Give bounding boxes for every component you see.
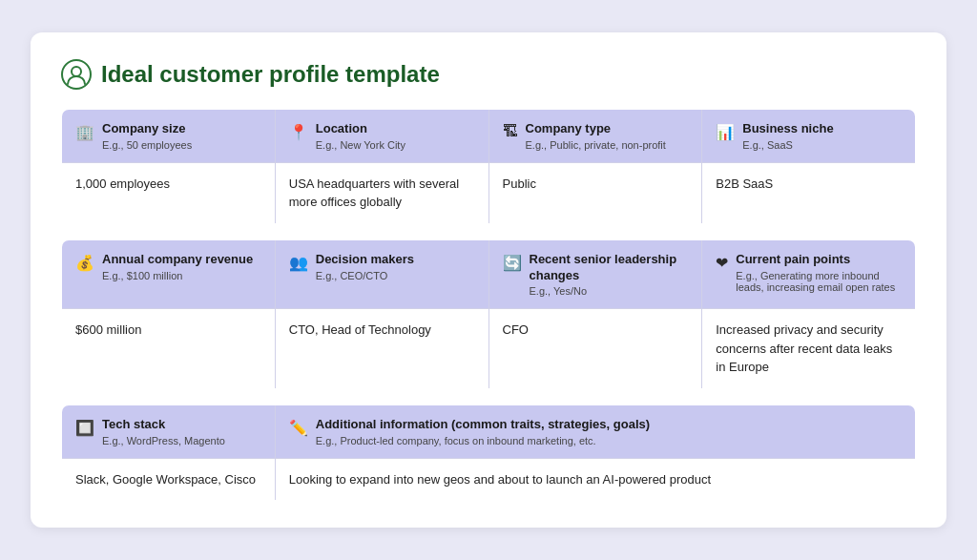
- section3-table: 🔲 Tech stack E.g., WordPress, Magento ✏️…: [61, 404, 916, 501]
- company-size-icon: 🏢: [75, 123, 94, 141]
- tech-stack-icon: 🔲: [75, 419, 94, 437]
- location-icon: 📍: [289, 123, 308, 141]
- profile-icon: [61, 59, 92, 90]
- pain-points-label: Current pain points: [736, 252, 902, 268]
- section1-data-row: 1,000 employees USA headquarters with se…: [62, 162, 916, 223]
- leadership-changes-example: E.g., Yes/No: [530, 285, 689, 297]
- revenue-icon: 💰: [75, 254, 94, 272]
- tech-stack-label: Tech stack: [102, 417, 225, 433]
- header-additional-info: ✏️ Additional information (common traits…: [275, 404, 915, 458]
- decision-makers-example: E.g., CEO/CTO: [316, 270, 414, 281]
- header-decision-makers: 👥 Decision makers E.g., CEO/CTO: [275, 239, 488, 309]
- company-size-value: 1,000 employees: [62, 162, 276, 223]
- svg-point-0: [62, 60, 91, 89]
- revenue-label: Annual company revenue: [102, 252, 253, 268]
- company-type-icon: 🏗: [503, 123, 518, 140]
- pain-points-example: E.g., Generating more inbound leads, inc…: [736, 270, 902, 293]
- header-leadership-changes: 🔄 Recent senior leadership changes E.g.,…: [488, 239, 702, 309]
- section1-header-row: 🏢 Company size E.g., 50 employees 📍 Loca…: [62, 109, 916, 162]
- leadership-changes-icon: 🔄: [503, 254, 522, 272]
- section2-data-row: $600 million CTO, Head of Technology CFO…: [62, 309, 916, 389]
- company-size-example: E.g., 50 employees: [102, 139, 192, 151]
- revenue-value: $600 million: [62, 309, 276, 389]
- tech-stack-example: E.g., WordPress, Magento: [102, 435, 225, 446]
- header-company-type: 🏗 Company type E.g., Public, private, no…: [488, 109, 702, 162]
- leadership-changes-label: Recent senior leadership changes: [530, 252, 689, 284]
- section3-data-row: Slack, Google Workspace, Cisco Looking t…: [62, 458, 916, 501]
- decision-makers-value: CTO, Head of Technology: [275, 309, 488, 389]
- revenue-example: E.g., $100 million: [102, 270, 253, 281]
- section1-table: 🏢 Company size E.g., 50 employees 📍 Loca…: [61, 109, 916, 224]
- business-niche-example: E.g., SaaS: [742, 139, 833, 151]
- section2-table: 💰 Annual company revenue E.g., $100 mill…: [61, 239, 916, 389]
- section2-header-row: 💰 Annual company revenue E.g., $100 mill…: [62, 239, 916, 309]
- header-business-niche: 📊 Business niche E.g., SaaS: [702, 109, 916, 162]
- decision-makers-icon: 👥: [289, 254, 308, 272]
- profile-card: Ideal customer profile template 🏢 Compan…: [31, 32, 946, 529]
- header-revenue: 💰 Annual company revenue E.g., $100 mill…: [62, 239, 276, 309]
- svg-point-1: [72, 67, 81, 76]
- header-location: 📍 Location E.g., New York City: [275, 109, 488, 162]
- header-tech-stack: 🔲 Tech stack E.g., WordPress, Magento: [62, 404, 276, 458]
- company-type-value: Public: [488, 162, 702, 223]
- business-niche-value: B2B SaaS: [702, 162, 916, 223]
- page-title-section: Ideal customer profile template: [61, 59, 916, 90]
- additional-info-example: E.g., Product-led company, focus on inbo…: [316, 435, 650, 446]
- location-value: USA headquarters with several more offic…: [275, 162, 488, 223]
- main-heading: Ideal customer profile template: [101, 61, 440, 88]
- company-type-label: Company type: [526, 121, 666, 137]
- header-company-size: 🏢 Company size E.g., 50 employees: [62, 109, 276, 162]
- additional-info-icon: ✏️: [289, 419, 308, 437]
- business-niche-label: Business niche: [742, 121, 833, 137]
- header-pain-points: ❤ Current pain points E.g., Generating m…: [702, 239, 916, 309]
- tech-stack-value: Slack, Google Workspace, Cisco: [62, 458, 276, 501]
- pain-points-value: Increased privacy and security concerns …: [702, 309, 916, 389]
- additional-info-value: Looking to expand into new geos and abou…: [275, 458, 915, 501]
- pain-points-icon: ❤: [716, 254, 728, 272]
- decision-makers-label: Decision makers: [316, 252, 414, 268]
- additional-info-label: Additional information (common traits, s…: [316, 417, 650, 433]
- company-type-example: E.g., Public, private, non-profit: [526, 139, 666, 151]
- section3-header-row: 🔲 Tech stack E.g., WordPress, Magento ✏️…: [62, 404, 916, 458]
- business-niche-icon: 📊: [716, 123, 735, 141]
- company-size-label: Company size: [102, 121, 192, 137]
- leadership-changes-value: CFO: [488, 309, 702, 389]
- location-example: E.g., New York City: [316, 139, 405, 151]
- location-label: Location: [316, 121, 405, 137]
